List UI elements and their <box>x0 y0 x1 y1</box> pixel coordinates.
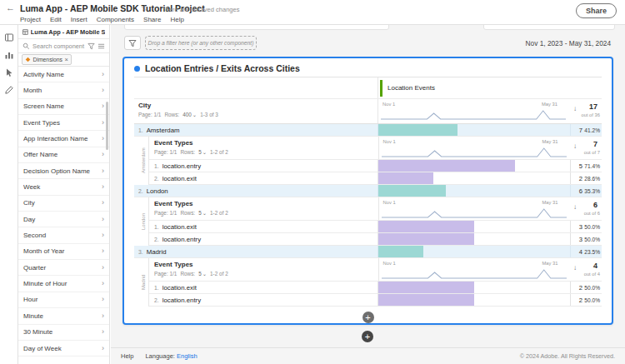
panels-icon[interactable] <box>4 32 14 42</box>
city-name[interactable]: Madrid <box>147 248 167 256</box>
city-value[interactable]: 6 <box>570 185 583 197</box>
pagination-controls[interactable]: Page: 1/1 Rows: 400⌄ 1-3 of 3 <box>138 112 378 118</box>
event-name[interactable]: location.exit <box>162 175 197 182</box>
event-name[interactable]: location.entry <box>162 236 201 243</box>
event-value[interactable]: 2 <box>570 294 583 306</box>
help-link[interactable]: Help <box>121 352 133 360</box>
menu-share[interactable]: Share <box>143 16 161 23</box>
metric-column-label[interactable]: Location Events <box>388 77 435 99</box>
nested-dimension-title[interactable]: Event Types <box>154 200 378 207</box>
value-bar-cell[interactable] <box>378 172 570 184</box>
sidebar-item-screen-name[interactable]: Screen Name › <box>18 99 109 115</box>
segment-drop-icon-button[interactable] <box>124 36 141 50</box>
sort-descending-icon[interactable]: ↓ <box>573 105 577 112</box>
menu-components[interactable]: Components <box>97 16 134 23</box>
sidebar-item-decision-option-name[interactable]: Decision Option Name › <box>18 163 109 179</box>
event-name[interactable]: location.exit <box>162 223 197 231</box>
event-row-location-exit[interactable]: 1. location.exit 2 50.0% <box>149 282 602 294</box>
menu-help[interactable]: Help <box>170 16 183 23</box>
value-bar-cell[interactable] <box>378 124 570 136</box>
event-row-location-exit[interactable]: 1. location.exit 3 50.0% <box>149 221 602 233</box>
nested-dimension-title[interactable]: Event Types <box>154 261 378 268</box>
sidebar-item-offer-name[interactable]: Offer Name › <box>18 147 109 163</box>
event-value[interactable]: 3 <box>570 233 583 245</box>
sidebar-item-month[interactable]: Month › <box>18 82 109 98</box>
city-value[interactable]: 4 <box>570 246 583 257</box>
sort-descending-icon[interactable]: ↓ <box>573 264 577 272</box>
menu-project[interactable]: Project <box>20 16 41 23</box>
sidebar-item-second[interactable]: Second › <box>18 227 109 243</box>
event-row-location-entry[interactable]: 2. location.entry 2 50.0% <box>149 294 602 307</box>
visualization-title[interactable]: Location Entries / Exits Across Cities <box>145 63 300 73</box>
filter-dropzone[interactable]: Drop a filter here (or any other compone… <box>145 36 257 50</box>
event-value[interactable]: 2 <box>570 282 583 293</box>
value-bar-cell[interactable] <box>378 246 570 257</box>
add-panel-button[interactable]: + <box>362 331 373 342</box>
language-link[interactable]: English <box>177 352 198 360</box>
sidebar-scrollbar[interactable] <box>106 102 108 150</box>
city-row-london[interactable]: 2. London 6 35.3% <box>134 185 602 197</box>
add-visualization-button[interactable]: + <box>362 312 374 323</box>
search-component-input[interactable]: Search component <box>18 39 109 53</box>
annotate-pencil-icon[interactable] <box>4 85 14 95</box>
city-value[interactable]: 7 <box>570 124 583 136</box>
value-bar-cell[interactable] <box>378 233 570 245</box>
close-icon[interactable]: × <box>65 56 68 63</box>
event-name[interactable]: location.entry <box>162 162 201 170</box>
sidebar-item-month-of-year[interactable]: Month of Year › <box>18 244 109 260</box>
sidebar-item-hour[interactable]: Hour › <box>18 292 109 308</box>
value-bar-cell[interactable] <box>378 221 570 232</box>
sidebar-item-activity-name[interactable]: Activity Name › <box>18 67 109 82</box>
cursor-icon[interactable] <box>4 67 14 77</box>
pagination-controls[interactable]: Page: 1/1Rows: 5⌄ 1-2 of 2 <box>154 271 378 277</box>
rows-per-page-select[interactable]: 5⌄ <box>198 210 207 217</box>
sidebar-item-app-interaction-name[interactable]: App Interaction Name › <box>18 131 109 147</box>
sidebar-item-week[interactable]: Week › <box>18 179 109 195</box>
sidebar-item-minute-of-hour[interactable]: Minute of Hour › <box>18 276 109 292</box>
event-name[interactable]: location.exit <box>162 284 197 292</box>
sort-descending-icon[interactable]: ↓ <box>573 203 577 211</box>
event-value[interactable]: 3 <box>570 221 583 232</box>
share-button[interactable]: Share <box>576 3 617 18</box>
back-arrow-icon[interactable]: ← <box>6 2 15 12</box>
value-bar-cell[interactable] <box>378 160 570 172</box>
pagination-controls[interactable]: Page: 1/1Rows: 5⌄ 1-2 of 2 <box>154 149 378 156</box>
value-bar-cell[interactable] <box>378 294 570 306</box>
event-name[interactable]: location.entry <box>162 297 201 304</box>
sidebar-item-30-minute[interactable]: 30 Minute › <box>18 325 109 341</box>
rows-per-page-select[interactable]: 5⌄ <box>198 271 207 277</box>
sidebar-item-event-types[interactable]: Event Types › <box>18 115 109 131</box>
value-bar-cell[interactable] <box>378 185 570 197</box>
metric-header-cell[interactable]: Location Events <box>378 77 602 98</box>
city-row-amsterdam[interactable]: 1. Amsterdam 7 41.2% <box>134 124 602 137</box>
favorite-star-icon[interactable]: ☆ <box>141 3 148 12</box>
sort-descending-icon[interactable]: ↓ <box>573 142 577 150</box>
panel-date-range[interactable]: Nov 1, 2023 - May 31, 2024 <box>526 39 611 47</box>
rows-per-page-select[interactable]: 5⌄ <box>198 149 207 156</box>
freeform-table-panel[interactable]: Location Entries / Exits Across Cities L… <box>122 57 613 325</box>
sidebar-item-day[interactable]: Day › <box>18 212 109 227</box>
sidebar-item-city[interactable]: City › <box>18 196 109 212</box>
city-row-madrid[interactable]: 3. Madrid 4 23.5% <box>134 246 602 258</box>
sidebar-panel-header[interactable]: Luma App - AEP Mobile SDK Tu... <box>18 25 109 39</box>
sidebar-item-minute[interactable]: Minute › <box>18 308 109 324</box>
dimension-column-title[interactable]: City <box>138 102 378 109</box>
filter-funnel-icon[interactable] <box>88 42 95 50</box>
city-name[interactable]: Amsterdam <box>147 127 180 134</box>
city-name[interactable]: London <box>147 187 168 195</box>
menu-insert[interactable]: Insert <box>71 16 88 23</box>
rows-per-page-select[interactable]: 400⌄ <box>182 112 197 118</box>
nested-dimension-title[interactable]: Event Types <box>154 139 378 147</box>
pagination-controls[interactable]: Page: 1/1Rows: 5⌄ 1-2 of 2 <box>154 210 378 217</box>
menu-edit[interactable]: Edit <box>50 16 62 23</box>
event-row-location-entry[interactable]: 1. location.entry 5 71.4% <box>149 160 602 172</box>
view-options-icon[interactable] <box>98 42 105 50</box>
sidebar-item-day-of-week[interactable]: Day of Week › <box>18 341 109 357</box>
event-row-location-entry[interactable]: 2. location.entry 3 50.0% <box>149 233 602 246</box>
value-bar-cell[interactable] <box>378 282 570 293</box>
event-row-location-exit[interactable]: 2. location.exit 2 28.6% <box>149 172 602 185</box>
event-value[interactable]: 2 <box>570 172 583 184</box>
sidebar-item-quarter[interactable]: Quarter › <box>18 260 109 276</box>
visualizations-icon[interactable] <box>4 50 14 60</box>
event-value[interactable]: 5 <box>570 160 583 172</box>
